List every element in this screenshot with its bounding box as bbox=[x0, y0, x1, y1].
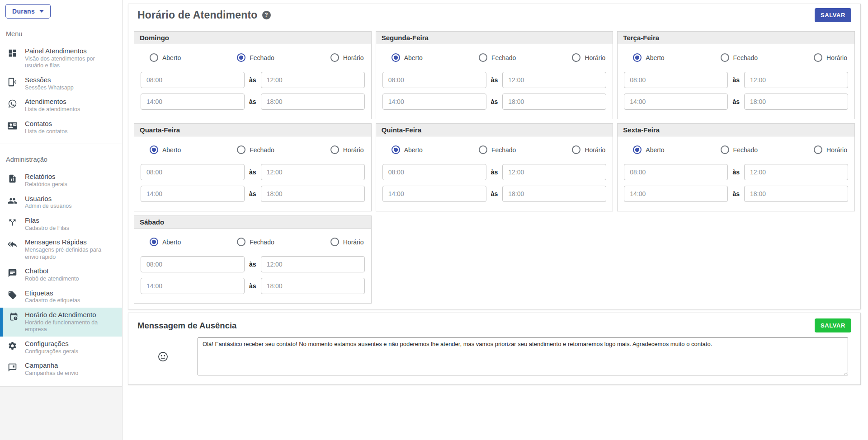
radio-option-horario[interactable]: Horário bbox=[572, 145, 605, 154]
time-end-input-2[interactable] bbox=[261, 94, 365, 110]
radio-option-fechado[interactable]: Fechado bbox=[237, 145, 274, 154]
time-start-input-2[interactable] bbox=[624, 94, 728, 110]
time-start-input-1[interactable] bbox=[624, 164, 728, 180]
time-end-input-1[interactable] bbox=[261, 164, 365, 180]
time-start-input-1[interactable] bbox=[382, 164, 486, 180]
radio-option-aberto[interactable]: Aberto bbox=[633, 145, 664, 154]
time-end-input-2[interactable] bbox=[744, 186, 848, 202]
radio-input-fechado[interactable] bbox=[237, 53, 245, 62]
sidebar-item-subtitle: Mensagens pré-definidas para envio rápid… bbox=[25, 247, 118, 261]
radio-input-fechado[interactable] bbox=[237, 238, 245, 246]
radio-input-horario[interactable] bbox=[330, 238, 339, 246]
time-start-input-2[interactable] bbox=[141, 94, 245, 110]
time-end-input-1[interactable] bbox=[744, 72, 848, 88]
sidebar-item-usuarios[interactable]: UsuariosAdmin de usuários bbox=[0, 192, 122, 213]
radio-input-fechado[interactable] bbox=[721, 145, 729, 154]
radio-option-fechado[interactable]: Fechado bbox=[721, 145, 758, 154]
workspace-dropdown-button[interactable]: Durans bbox=[5, 4, 51, 19]
radio-input-horario[interactable] bbox=[330, 145, 339, 154]
time-start-input-1[interactable] bbox=[382, 72, 486, 88]
radio-input-fechado[interactable] bbox=[237, 145, 245, 154]
radio-option-aberto[interactable]: Aberto bbox=[633, 53, 664, 62]
time-end-input-2[interactable] bbox=[502, 94, 606, 110]
radio-input-aberto[interactable] bbox=[150, 53, 158, 62]
radio-option-fechado[interactable]: Fechado bbox=[479, 53, 516, 62]
radio-input-fechado[interactable] bbox=[479, 53, 487, 62]
radio-option-fechado[interactable]: Fechado bbox=[479, 145, 516, 154]
sidebar-item-etiquetas[interactable]: EtiquetasCadastro de etiquetas bbox=[0, 286, 122, 308]
time-start-input-2[interactable] bbox=[382, 186, 486, 202]
day-card-domingo: DomingoAbertoFechadoHorárioàsàs bbox=[134, 31, 372, 119]
radio-option-fechado[interactable]: Fechado bbox=[237, 238, 274, 246]
sidebar-item-relatorios[interactable]: RelatóriosRelatórios gerais bbox=[0, 169, 122, 191]
sidebar-item-campanha[interactable]: CampanhaCampanhas de envio bbox=[0, 358, 122, 380]
radio-input-aberto[interactable] bbox=[633, 53, 642, 62]
time-end-input-1[interactable] bbox=[502, 164, 606, 180]
sidebar-item-texts: ConfiguraçõesConfigurações gerais bbox=[25, 340, 85, 355]
radio-input-aberto[interactable] bbox=[392, 145, 400, 154]
sidebar-item-configuracoes[interactable]: ConfiguraçõesConfigurações gerais bbox=[0, 337, 122, 358]
radio-option-horario[interactable]: Horário bbox=[572, 53, 605, 62]
radio-input-aberto[interactable] bbox=[392, 53, 400, 62]
time-end-input-1[interactable] bbox=[261, 256, 365, 272]
time-start-input-1[interactable] bbox=[624, 72, 728, 88]
radio-option-horario[interactable]: Horário bbox=[330, 145, 364, 154]
radio-option-aberto[interactable]: Aberto bbox=[150, 53, 181, 62]
time-separator-label: às bbox=[732, 169, 740, 176]
radio-option-horario[interactable]: Horário bbox=[814, 53, 847, 62]
radio-option-aberto[interactable]: Aberto bbox=[150, 238, 181, 246]
radio-input-horario[interactable] bbox=[330, 53, 339, 62]
sidebar-item-sessoes[interactable]: SessõesSessões Whatsapp bbox=[0, 73, 122, 94]
sidebar-item-painel-atendimentos[interactable]: Painel AtendimentosVisão dos atendimento… bbox=[0, 44, 122, 73]
sidebar-item-contatos[interactable]: ContatosLista de contatos bbox=[0, 117, 122, 138]
save-schedule-button[interactable]: SALVAR bbox=[815, 8, 851, 22]
radio-input-fechado[interactable] bbox=[721, 53, 729, 62]
radio-option-fechado[interactable]: Fechado bbox=[721, 53, 758, 62]
radio-input-horario[interactable] bbox=[814, 145, 822, 154]
radio-input-horario[interactable] bbox=[814, 53, 822, 62]
radio-input-horario[interactable] bbox=[572, 53, 580, 62]
radio-input-aberto[interactable] bbox=[633, 145, 642, 154]
radio-input-horario[interactable] bbox=[572, 145, 580, 154]
sidebar-item-chatbot[interactable]: ChatbotRobô de atendimento bbox=[0, 264, 122, 286]
radio-option-horario[interactable]: Horário bbox=[330, 238, 364, 246]
radio-input-fechado[interactable] bbox=[479, 145, 487, 154]
emoji-picker-icon[interactable] bbox=[128, 351, 198, 362]
save-absence-button[interactable]: SALVAR bbox=[815, 318, 851, 332]
sidebar-item-atendimentos[interactable]: AtendimentosLista de atendimentos bbox=[0, 94, 122, 116]
time-end-input-2[interactable] bbox=[261, 278, 365, 294]
radio-option-horario[interactable]: Horário bbox=[814, 145, 847, 154]
help-icon[interactable]: ? bbox=[262, 11, 271, 19]
time-start-input-1[interactable] bbox=[141, 256, 245, 272]
time-end-input-1[interactable] bbox=[744, 164, 848, 180]
day-card-body: AbertoFechadoHorárioàsàs bbox=[134, 136, 371, 211]
time-start-input-2[interactable] bbox=[382, 94, 486, 110]
sidebar-item-filas[interactable]: FilasCadastro de Filas bbox=[0, 213, 122, 235]
sidebar-item-horario-de-atendimento[interactable]: Horário de AtendimentoHorário de funcion… bbox=[0, 308, 122, 337]
radio-input-aberto[interactable] bbox=[150, 145, 158, 154]
time-start-input-2[interactable] bbox=[141, 278, 245, 294]
day-status-radio-group: AbertoFechadoHorário bbox=[150, 53, 364, 62]
sidebar-item-subtitle: Sessões Whatsapp bbox=[25, 84, 80, 92]
radio-option-fechado[interactable]: Fechado bbox=[237, 53, 274, 62]
sidebar-item-subtitle: Robô de atendimento bbox=[25, 276, 85, 283]
time-start-input-2[interactable] bbox=[624, 186, 728, 202]
time-end-input-2[interactable] bbox=[502, 186, 606, 202]
absence-message-textarea[interactable]: Olá! Fantástico receber seu contato! No … bbox=[198, 337, 848, 375]
radio-option-aberto[interactable]: Aberto bbox=[392, 53, 423, 62]
radio-option-aberto[interactable]: Aberto bbox=[392, 145, 423, 154]
time-end-input-2[interactable] bbox=[261, 186, 365, 202]
time-end-input-2[interactable] bbox=[744, 94, 848, 110]
radio-input-aberto[interactable] bbox=[150, 238, 158, 246]
time-start-input-2[interactable] bbox=[141, 186, 245, 202]
sidebar-item-mensagens-rapidas[interactable]: Mensagens RápidasMensagens pré-definidas… bbox=[0, 235, 122, 264]
radio-option-aberto[interactable]: Aberto bbox=[150, 145, 181, 154]
time-start-input-1[interactable] bbox=[141, 164, 245, 180]
time-row-1: às bbox=[141, 256, 365, 272]
sidebar-item-texts: CampanhaCampanhas de envio bbox=[25, 361, 85, 377]
radio-option-horario[interactable]: Horário bbox=[330, 53, 364, 62]
time-start-input-1[interactable] bbox=[141, 72, 245, 88]
sidebar-item-subtitle: Visão dos atendimentos por usuário e fil… bbox=[25, 56, 118, 70]
time-end-input-1[interactable] bbox=[502, 72, 606, 88]
time-end-input-1[interactable] bbox=[261, 72, 365, 88]
